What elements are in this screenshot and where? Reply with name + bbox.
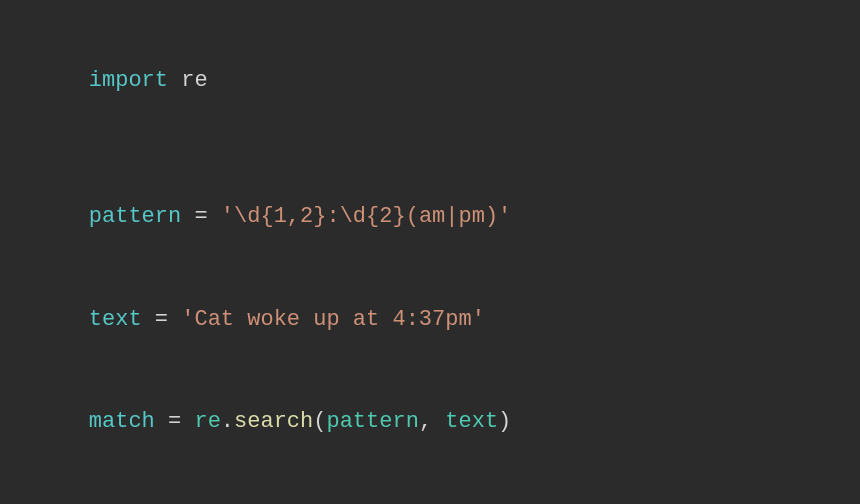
code-editor: import re pattern = '\d{1,2}:\d{2}(am|pm… [0, 0, 860, 504]
line-pattern: pattern = '\d{1,2}:\d{2}(am|pm)' [36, 166, 824, 268]
string-text: 'Cat woke up at 4:37pm' [181, 307, 485, 332]
func-search: search [234, 409, 313, 434]
arg-text: text [445, 409, 498, 434]
var-text: text [89, 307, 142, 332]
line-import: import re [36, 30, 824, 132]
module-re: re [194, 409, 220, 434]
arg-pattern: pattern [326, 409, 418, 434]
keyword-import: import [89, 68, 168, 93]
var-pattern: pattern [89, 204, 181, 229]
line-text: text = 'Cat woke up at 4:37pm' [36, 269, 824, 371]
line-match: match = re.search(pattern, text) [36, 371, 824, 473]
var-match: match [89, 409, 155, 434]
string-pattern: '\d{1,2}:\d{2}(am|pm)' [221, 204, 511, 229]
line-print: print(match.group() if match else 'not f… [36, 473, 824, 504]
blank-line-1 [36, 132, 824, 166]
